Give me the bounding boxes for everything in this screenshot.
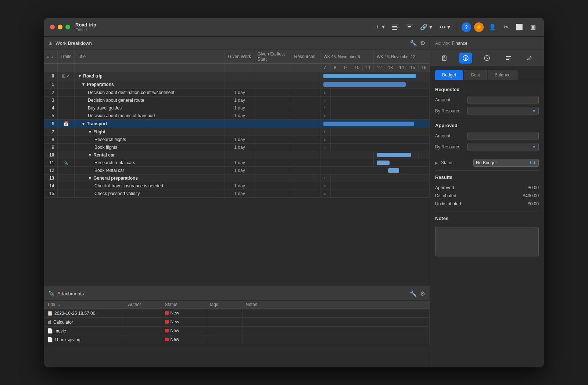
col-given-earliest: Given EarliestStart (254, 50, 291, 64)
link-button[interactable]: 🔗 ▾ (418, 22, 434, 32)
results-undistributed-label: Undistributed (435, 201, 461, 206)
list-item[interactable]: 📋2023-10-25 18.57.00 New (44, 309, 430, 318)
status-value: No Budget (476, 160, 497, 165)
table-row[interactable]: 15 Check passport validity 1 day « (44, 190, 430, 198)
attachments-table: Title ▲ Author Status Tags Notes (44, 301, 430, 344)
list-item[interactable]: 📄Thanksgiving New (44, 335, 430, 344)
table-row[interactable]: 9 Book flights 1 day « (44, 144, 430, 151)
status-badge: New (165, 328, 179, 333)
results-distributed-value: $400.00 (523, 193, 539, 198)
list-icon-btn[interactable] (502, 53, 515, 64)
table-row[interactable]: 0 ⊞ ✓ ▼ Road trip (44, 72, 430, 80)
close-button[interactable] (50, 25, 55, 29)
maximize-button[interactable] (65, 25, 70, 29)
day-15: 15 (407, 64, 418, 72)
filter-button[interactable] (404, 23, 415, 31)
list-view-button[interactable] (390, 23, 401, 31)
requested-amount-input[interactable] (467, 96, 539, 104)
table-row[interactable]: 3 Decision about general route 1 day « (44, 97, 430, 104)
table-row[interactable]: 8 Research flights 1 day « (44, 136, 430, 144)
table-row[interactable]: 11 📎 Research rental cars 1 day (44, 159, 430, 167)
attach-col-notes: Notes (243, 301, 430, 309)
col-resources: Resources (291, 50, 320, 64)
col-wk45: WK 45, November 5 (320, 50, 374, 64)
wbs-table-container[interactable]: #▲ Traits Title Given Work Given Earlies… (44, 50, 430, 287)
status-badge: New (165, 337, 179, 342)
col-num: #▲ (44, 50, 57, 64)
list-item[interactable]: 🖩Calculator New (44, 318, 430, 327)
approved-byresource-row: By Resource ▼ (435, 143, 539, 151)
add-button[interactable]: ＋ ▾ (372, 22, 387, 32)
main-window: Road trip Edited ＋ ▾ 🔗 ▾ ••• ▾ ? ⚡ 👤 ✂ ⬜… (44, 18, 544, 367)
results-approved-label: Approved (435, 185, 454, 190)
attach-settings-icon[interactable]: ⚙ (420, 290, 425, 297)
table-row[interactable]: 6 📅 ▼ Transport (44, 120, 430, 128)
table-row[interactable]: 5 Decision about means of transport 1 da… (44, 112, 430, 120)
list-item[interactable]: 📄movie New (44, 327, 430, 335)
status-dot (165, 320, 169, 324)
table-row[interactable]: 14 Check if travel insurance is needed 1… (44, 182, 430, 190)
clock-icon-btn[interactable] (480, 53, 494, 64)
clipboard-icon-btn[interactable] (438, 53, 451, 64)
titlebar-controls: ＋ ▾ 🔗 ▾ ••• ▾ ? ⚡ 👤 ✂ ⬜ ▣ (372, 22, 538, 32)
tab-balance[interactable]: Balance (488, 70, 517, 80)
day-12: 12 (374, 64, 385, 72)
approved-amount-input[interactable] (467, 132, 539, 140)
finance-icon-btn[interactable]: $ (459, 53, 472, 64)
results-approved-row: Approved $0.00 (435, 184, 539, 192)
requested-byresource-select[interactable]: ▼ (467, 107, 539, 115)
table-row[interactable]: 4 Buy travel guides 1 day « (44, 104, 430, 112)
col-title: Title (75, 50, 225, 64)
table-row[interactable]: 2 Decision about destination country/con… (44, 89, 430, 97)
table-row[interactable]: 10 ▼ Rental car (44, 151, 430, 159)
day-14: 14 (396, 64, 407, 72)
more-button[interactable]: ••• ▾ (437, 22, 452, 32)
edit-icon-btn[interactable] (523, 53, 536, 64)
table-row[interactable]: 13 ▼ General preparations « (44, 174, 430, 182)
attachments-table-container[interactable]: Title ▲ Author Status Tags Notes (44, 301, 430, 367)
tab-cost[interactable]: Cost (464, 70, 487, 80)
sidebar-button[interactable]: ▣ (528, 22, 538, 32)
approved-title: Approved (435, 123, 539, 128)
approved-amount-row: Amount (435, 132, 539, 140)
notes-input[interactable] (435, 227, 539, 256)
attach-action-icon[interactable]: 🔧 (410, 290, 417, 297)
svg-text:$: $ (465, 56, 467, 60)
window-view-button[interactable]: ⬜ (513, 22, 525, 32)
wbs-wrench-icon[interactable]: 🔧 (410, 40, 417, 47)
svg-rect-2 (392, 28, 399, 28)
col-traits: Traits (57, 50, 75, 64)
approved-amount-label: Amount (435, 133, 465, 138)
settings-button[interactable]: ✂ (501, 22, 510, 32)
attach-col-status: Status (162, 301, 206, 309)
svg-rect-18 (506, 58, 511, 58)
attachments-header: 📎 Attachments 🔧 ⚙ (44, 287, 430, 301)
attachments-title: Attachments (57, 291, 84, 296)
window-title: Road trip (75, 22, 96, 28)
results-distributed-label: Distributed (435, 193, 456, 198)
col-wk46: WK 46, November 12 (374, 50, 430, 64)
approved-byresource-label: By Resource (435, 144, 465, 150)
wbs-settings-icon[interactable]: ⚙ (420, 40, 425, 47)
status-label: Status (441, 160, 470, 165)
attach-col-author: Author (125, 301, 162, 309)
left-panel: ⊞ Work Breakdown 🔧 ⚙ #▲ Traits Title (44, 37, 430, 367)
table-row[interactable]: 12 Book rental car 1 day (44, 167, 430, 174)
status-row: ▶ Status No Budget ⬆⬇ (435, 159, 539, 167)
wbs-table: #▲ Traits Title Given Work Given Earlies… (44, 50, 430, 198)
lightning-button[interactable]: ⚡ (474, 22, 484, 32)
status-select[interactable]: No Budget ⬆⬇ (473, 159, 539, 167)
table-row[interactable]: 7 ▼ Flight « (44, 128, 430, 136)
table-row[interactable]: 1 ▼ Preparations (44, 80, 430, 89)
status-triangle-icon[interactable]: ▶ (435, 161, 438, 165)
activity-header: Activity: Finance (430, 37, 544, 50)
approved-byresource-select[interactable]: ▼ (467, 143, 539, 151)
minimize-button[interactable] (58, 25, 62, 29)
tab-budget[interactable]: Budget (435, 70, 463, 80)
user-button[interactable]: 👤 (487, 22, 498, 32)
help-button[interactable]: ? (462, 22, 471, 32)
svg-rect-17 (506, 56, 511, 57)
status-dot (165, 338, 169, 341)
notes-section: Notes (435, 216, 539, 258)
svg-rect-0 (392, 25, 399, 25)
